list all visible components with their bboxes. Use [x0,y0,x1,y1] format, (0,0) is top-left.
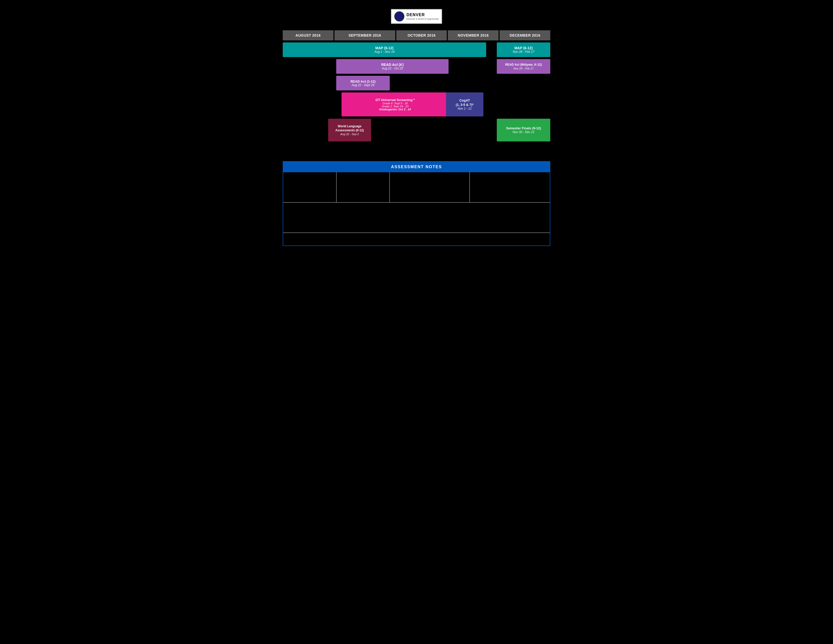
month-dec: DECEMBER 2016 [500,30,550,40]
semester-finals-bar: Semester Finals (9-12) Nov 30 - Dec 21 [497,119,550,142]
month-aug: AUGUST 2016 [283,30,333,40]
gt-screening-bar: GT Universal Screening * Grade 6: Sept 5… [341,92,449,116]
school-tagline: Discover a World of Opportunity [407,18,439,21]
notes-row-3 [283,233,550,245]
notes-cell-1-4 [470,172,550,202]
page: DENVER Discover a World of Opportunity A… [283,5,550,246]
notes-header: ASSESSMENT NOTES [283,162,550,172]
notes-row-1 [283,172,550,203]
read-midyear-bar: READ Act (Midyear, K-12) Nov 29 - Feb 17 [497,59,550,74]
assessment-notes-section: ASSESSMENT NOTES [283,161,550,246]
notes-row-2 [283,203,550,233]
logo-box: DENVER Discover a World of Opportunity [391,9,442,24]
notes-cell-1-1 [283,172,336,202]
month-sep: SEPTEMBER 2016 [334,30,395,40]
map-2-bar: MAP (6-12) Nov 28 - Feb 17 [497,42,550,57]
school-name: DENVER [407,12,439,18]
notes-grid [283,172,550,245]
month-nov: NOVEMBER 2016 [448,30,499,40]
read-1-12-bar: READ Act (1-12) Aug 22 - Sept 26 [336,76,390,90]
world-language-bar: World LanguageAssessments (6-12) Aug 22 … [328,119,371,142]
notes-cell-1-3 [390,172,470,202]
logo-area: DENVER Discover a World of Opportunity [283,5,550,30]
map-1-bar: MAP (6-12) Aug 1 - Nov 18 [283,42,486,57]
logo-circle-icon [394,11,404,21]
cogat-bar: CogAT(1, 3-5 & 7)* Nov 1 - 11 [446,92,483,116]
month-oct: OCTOBER 2016 [396,30,447,40]
timeline-wrapper: MAP (6-12) Aug 1 - Nov 18 MAP (6-12) Nov… [283,42,550,153]
notes-cell-1-2 [336,172,390,202]
read-k-bar: READ Act (K) Aug 22 - Oct 20 [336,59,449,74]
month-header-row: AUGUST 2016 SEPTEMBER 2016 OCTOBER 2016 … [283,30,550,40]
